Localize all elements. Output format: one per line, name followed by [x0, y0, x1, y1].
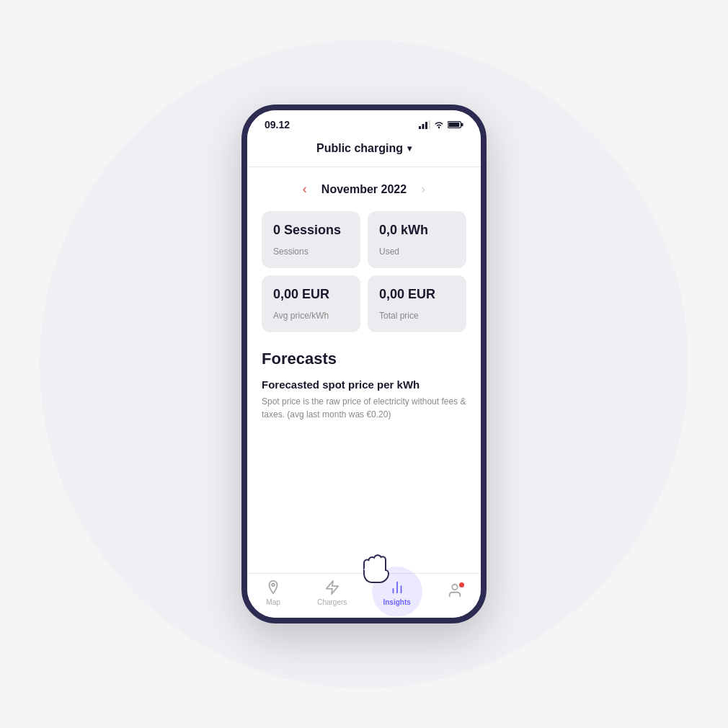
stats-grid: 0 Sessions Sessions 0,0 kWh Used 0,00 EU…	[262, 211, 466, 332]
nav-item-profile[interactable]	[447, 582, 463, 604]
nav-label-map: Map	[266, 598, 280, 606]
prev-month-button[interactable]: ‹	[303, 182, 307, 197]
header-title-text: Public charging	[316, 142, 403, 155]
svg-rect-2	[425, 122, 427, 129]
header: Public charging ▾	[247, 136, 481, 167]
bottom-nav: Map Chargers Insights	[247, 573, 481, 618]
header-title[interactable]: Public charging ▾	[316, 142, 412, 155]
stat-label-sessions: Sessions	[273, 247, 349, 257]
svg-point-8	[272, 584, 275, 587]
stat-value-sessions: 0 Sessions	[273, 223, 349, 238]
svg-rect-1	[422, 124, 425, 129]
svg-point-13	[452, 584, 457, 589]
battery-icon	[448, 120, 463, 129]
signal-icon	[419, 120, 430, 129]
chargers-icon	[324, 580, 340, 595]
svg-marker-9	[327, 581, 339, 594]
status-bar: 09.12	[247, 110, 481, 136]
phone-frame: 09.12	[241, 105, 487, 623]
stat-card-kwh: 0,0 kWh Used	[368, 211, 466, 268]
forecasts-section: Forecasts Forecasted spot price per kWh …	[262, 350, 466, 428]
nav-item-map[interactable]: Map	[265, 580, 281, 606]
wifi-icon	[433, 120, 445, 129]
forecast-card-desc: Spot price is the raw price of electrici…	[262, 395, 466, 421]
forecast-card-title: Forecasted spot price per kWh	[262, 378, 466, 391]
nav-label-chargers: Chargers	[317, 598, 347, 606]
stat-value-avg-price: 0,00 EUR	[273, 287, 349, 302]
svg-rect-6	[461, 123, 463, 126]
map-icon	[265, 580, 281, 595]
svg-rect-7	[448, 123, 459, 127]
next-month-button[interactable]: ›	[421, 182, 425, 197]
stat-label-total-price: Total price	[379, 311, 455, 321]
stat-card-total-price: 0,00 EUR Total price	[368, 275, 466, 332]
status-time: 09.12	[265, 119, 290, 130]
nav-item-insights[interactable]: Insights	[383, 580, 410, 606]
nav-label-insights: Insights	[383, 598, 410, 606]
month-label: November 2022	[321, 183, 407, 196]
stat-label-avg-price: Avg price/kWh	[273, 311, 349, 321]
stat-value-total-price: 0,00 EUR	[379, 287, 455, 302]
forecasts-title: Forecasts	[262, 350, 466, 368]
background-circle: 09.12	[40, 40, 688, 688]
stat-value-kwh: 0,0 kWh	[379, 223, 455, 238]
chevron-down-icon: ▾	[407, 143, 412, 154]
scroll-content[interactable]: ‹ November 2022 › 0 Sessions Sessions 0,…	[247, 167, 481, 573]
svg-rect-0	[419, 126, 421, 129]
stat-card-sessions: 0 Sessions Sessions	[262, 211, 360, 268]
nav-item-chargers[interactable]: Chargers	[317, 580, 347, 606]
month-nav: ‹ November 2022 ›	[262, 182, 466, 197]
profile-notification-dot	[459, 582, 464, 587]
insights-icon	[389, 580, 405, 595]
status-icons	[419, 120, 463, 129]
stat-card-avg-price: 0,00 EUR Avg price/kWh	[262, 275, 360, 332]
svg-point-4	[438, 127, 440, 128]
stat-label-kwh: Used	[379, 247, 455, 257]
svg-rect-3	[429, 120, 431, 129]
